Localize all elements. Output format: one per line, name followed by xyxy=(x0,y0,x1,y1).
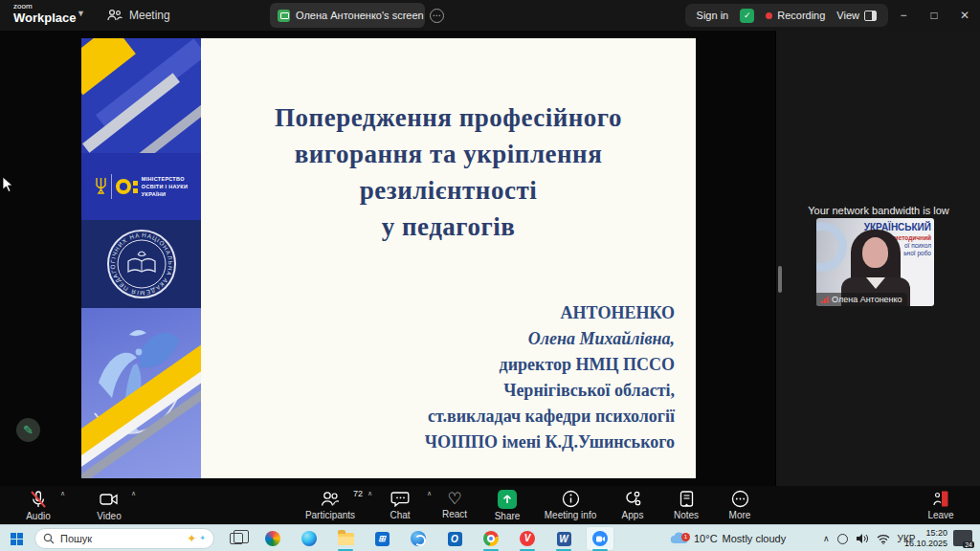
participants-label: Participants xyxy=(305,510,355,520)
meeting-main-area: МІНІСТЕРСТВО ОСВІТИ І НАУКИ УКРАЇНИ НАЦІ… xyxy=(0,31,980,486)
zoom-toolbar: Audio ∧ Video ∧ 72 Participants ∧ xyxy=(0,486,980,524)
more-ellipsis-icon xyxy=(731,490,749,508)
weather-description: Mostly cloudy xyxy=(723,533,787,544)
tray-app-icon[interactable] xyxy=(837,534,848,544)
notes-button[interactable]: Notes xyxy=(659,486,713,524)
zoom-app-icon xyxy=(592,531,608,546)
tab-options-icon[interactable]: ⋯ xyxy=(430,9,444,23)
recording-indicator[interactable]: Recording xyxy=(766,10,825,21)
app-blue-circle-button[interactable] xyxy=(404,526,433,551)
app-zoom-button[interactable] xyxy=(586,526,614,551)
author-line: Чернігівської області, xyxy=(425,378,675,404)
edge-icon xyxy=(301,531,317,546)
author-line: директор НМЦ ПССО xyxy=(425,352,675,378)
participants-button[interactable]: 72 Participants ∧ xyxy=(290,486,370,524)
tray-expand-chevron[interactable]: ∧ xyxy=(823,534,830,543)
camera-icon xyxy=(99,490,120,509)
record-dot-icon xyxy=(766,12,772,19)
tab-shared-screen[interactable]: Олена Антоненко's screen ⋯ xyxy=(270,3,425,28)
speaker-icon[interactable] xyxy=(856,533,869,544)
chrome-icon xyxy=(483,531,499,546)
weather-widget[interactable]: 1 10°C Mostly cloudy xyxy=(670,525,786,551)
meeting-info-label: Meeting info xyxy=(545,510,596,520)
ministry-logo-block: МІНІСТЕРСТВО ОСВІТИ І НАУКИ УКРАЇНИ xyxy=(81,153,201,220)
more-label: More xyxy=(729,510,751,520)
participant-name-tag: Олена Антоненко xyxy=(816,293,907,306)
video-panel: Your network bandwidth is low УКРАЇНСЬКИ… xyxy=(775,31,980,486)
app-outlook-button[interactable]: O xyxy=(440,526,469,551)
annotate-pencil-button[interactable]: ✎ xyxy=(16,418,40,442)
blue-circle-app-icon xyxy=(411,531,426,546)
task-view-button[interactable] xyxy=(222,526,251,551)
app-chrome-button[interactable] xyxy=(477,526,505,551)
copilot-sparkle-icon: ✦ xyxy=(187,533,196,544)
leave-label: Leave xyxy=(927,510,953,520)
clock-widget[interactable]: 15:20 16.10.2025 xyxy=(903,528,947,549)
chat-icon xyxy=(390,490,410,508)
app-edge-button[interactable] xyxy=(295,526,323,551)
chat-label: Chat xyxy=(390,510,410,520)
sign-in-button[interactable]: Sign in xyxy=(697,10,729,21)
windows-taskbar: Пошук ✦ ✦ ⊞ O V W 1 10°C Mostly cloudy ∧ xyxy=(0,524,980,551)
ministry-line: ОСВІТИ І НАУКИ xyxy=(142,183,188,190)
react-button[interactable]: ♡ React xyxy=(430,486,479,524)
yellow-diagonal-shape xyxy=(81,38,136,95)
slide-author-block: АНТОНЕНКО Олена Михайлівна, директор НМЦ… xyxy=(425,300,675,455)
view-label: View xyxy=(836,10,859,21)
task-view-icon xyxy=(230,533,243,544)
panel-resize-handle[interactable] xyxy=(778,266,782,293)
taskbar-app-icons: ⊞ O V W xyxy=(222,526,614,551)
video-label: Video xyxy=(97,511,121,521)
mon-logo-icon xyxy=(116,179,138,194)
mic-muted-icon xyxy=(29,490,48,509)
search-icon xyxy=(43,533,55,544)
minimize-button[interactable]: − xyxy=(888,0,919,31)
leave-button[interactable]: Leave xyxy=(911,486,970,524)
pencil-icon: ✎ xyxy=(23,423,33,437)
window-controls: − □ ✕ xyxy=(888,0,980,31)
view-layout-icon xyxy=(864,11,877,21)
meeting-info-button[interactable]: Meeting info xyxy=(535,486,606,524)
shared-screen-tab-label: Олена Антоненко's screen xyxy=(296,10,424,21)
taskbar-search-input[interactable]: Пошук ✦ ✦ xyxy=(34,528,214,549)
weak-signal-icon xyxy=(821,297,829,303)
author-line: ст.викладач кафедри психології xyxy=(425,404,675,430)
slide-title: Попередження професійного вигорання та у… xyxy=(201,99,696,245)
app-vivaldi-button[interactable]: V xyxy=(513,526,542,551)
title-line: у педагогів xyxy=(201,209,696,245)
app-photos-button[interactable] xyxy=(258,526,287,551)
audio-options-chevron[interactable]: ∧ xyxy=(60,490,65,497)
zoom-titlebar: zoom Workplace ▼ Meeting Олена Антоненко… xyxy=(0,0,980,31)
app-explorer-button[interactable] xyxy=(331,526,360,551)
apps-button[interactable]: Apps xyxy=(606,486,659,524)
video-options-chevron[interactable]: ∧ xyxy=(131,490,136,497)
tray-time: 15:20 xyxy=(903,528,947,539)
store-icon: ⊞ xyxy=(375,532,390,546)
bandwidth-warning: Your network bandwidth is low xyxy=(776,205,980,216)
strip-diagonal-art xyxy=(81,38,201,153)
start-button[interactable] xyxy=(8,530,25,547)
wifi-icon[interactable] xyxy=(877,534,890,544)
author-line: АНТОНЕНКО xyxy=(425,300,675,326)
share-button[interactable]: Share xyxy=(479,486,535,524)
security-shield-icon[interactable]: ✓ xyxy=(740,9,754,23)
more-button[interactable]: More xyxy=(713,486,767,524)
ministry-line: МІНІСТЕРСТВО xyxy=(142,175,188,183)
slide-body: Попередження професійного вигорання та у… xyxy=(201,38,696,478)
video-button[interactable]: Video ∧ xyxy=(84,486,134,524)
maximize-button[interactable]: □ xyxy=(919,0,949,31)
audio-label: Audio xyxy=(26,511,51,521)
weather-badge: 1 xyxy=(681,533,690,541)
react-label: React xyxy=(442,509,467,519)
view-button[interactable]: View xyxy=(836,10,877,21)
close-button[interactable]: ✕ xyxy=(949,0,980,31)
share-screen-icon xyxy=(498,490,517,509)
chevron-down-icon[interactable]: ▼ xyxy=(77,9,85,18)
tab-meeting[interactable]: Meeting xyxy=(107,0,170,31)
audio-button[interactable]: Audio ∧ xyxy=(13,486,63,524)
chat-button[interactable]: Chat ∧ xyxy=(370,486,430,524)
participant-video-thumbnail[interactable]: УКРАЇНСЬКИЙ методичний ої психол ьної ро… xyxy=(816,218,934,306)
app-word-button[interactable]: W xyxy=(549,526,578,551)
app-store-button[interactable]: ⊞ xyxy=(368,526,396,551)
notification-center-button[interactable]: 24 xyxy=(953,530,972,546)
